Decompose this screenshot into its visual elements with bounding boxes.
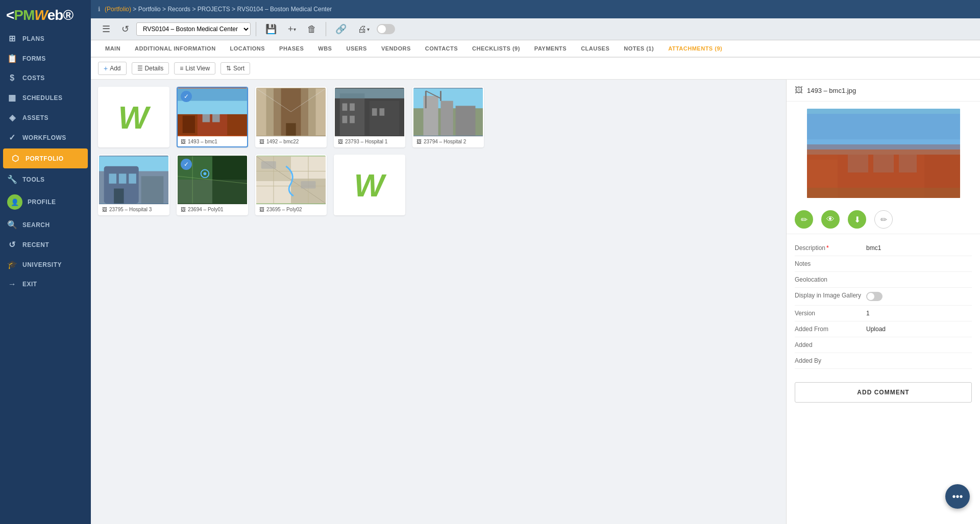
tab-vendors[interactable]: VENDORS [374, 40, 418, 58]
details-button[interactable]: ☰ Details [132, 62, 169, 74]
field-added-by: Added By [795, 353, 972, 369]
add-button[interactable]: +▾ [284, 22, 300, 37]
gallery-label-1270: 🔗 1270 – 1_Boston_Harbor_Wa... [99, 146, 168, 147]
gallery-item-23795[interactable]: 🖼 23795 – Hospital 3 [98, 155, 169, 215]
pencil-alt-button[interactable]: ✏ [874, 210, 893, 229]
tab-contacts[interactable]: CONTACTS [418, 40, 465, 58]
detail-actions: ✏ 👁 ⬇ ✏ [787, 205, 980, 234]
tab-wbs[interactable]: WBS [311, 40, 339, 58]
tab-attachments[interactable]: ATTACHMENTS (9) [661, 40, 729, 58]
gallery-item-23793[interactable]: 🖼 23793 – Hospital 1 [334, 87, 405, 147]
svg-rect-60 [261, 161, 276, 169]
topbar: ℹ (Portfolio) > Portfolio > Records > PR… [91, 0, 980, 18]
sidebar-item-portfolio[interactable]: ⬡ PORTFOLIO [3, 148, 88, 168]
fab-button[interactable]: ••• [945, 484, 970, 509]
gallery-item-1493[interactable]: ✓ 🖼 [177, 87, 248, 147]
sidebar-item-costs[interactable]: $ COSTS [0, 68, 91, 88]
image-icon-23694: 🖼 [181, 207, 186, 212]
sidebar-item-tools[interactable]: 🔧 TOOLS [0, 169, 91, 189]
tab-additional-information[interactable]: ADDITIONAL INFORMATION [128, 40, 223, 58]
main-content: ℹ (Portfolio) > Portfolio > Records > PR… [91, 0, 980, 524]
sidebar-item-forms[interactable]: 📋 FORMS [0, 48, 91, 68]
sidebar-item-plans[interactable]: ⊞ PLANS [0, 29, 91, 48]
list-view-button[interactable]: ≡ List View [174, 62, 215, 74]
svg-rect-18 [340, 93, 365, 136]
recent-icon: ↺ [7, 240, 17, 249]
check-badge-23694: ✓ [181, 159, 192, 170]
content-area: W 🔗 1270 – 1_Boston_Harbor_Wa... ✓ [91, 80, 980, 524]
tab-checklists[interactable]: CHECKLISTS (9) [465, 40, 527, 58]
save-button[interactable]: 💾 [261, 21, 281, 37]
field-version: Version 1 [795, 306, 972, 321]
tab-locations[interactable]: LOCATIONS [223, 40, 272, 58]
field-display-gallery: Display in Image Gallery [795, 288, 972, 306]
image-icon-23793: 🖼 [338, 139, 343, 144]
svg-text:W: W [354, 167, 386, 203]
gallery-item-23794[interactable]: 🖼 23794 – Hospital 2 [412, 87, 484, 147]
delete-button[interactable]: 🗑 [303, 22, 321, 37]
plans-icon: ⊞ [7, 34, 17, 43]
menu-button[interactable]: ☰ [98, 21, 114, 37]
check-badge-1493: ✓ [181, 91, 192, 102]
field-notes: Notes [795, 256, 972, 272]
edit-button[interactable]: ✏ [795, 210, 813, 229]
tab-users[interactable]: USERS [339, 40, 374, 58]
image-icon-23794: 🖼 [416, 139, 422, 144]
detail-fields: Description bmc1 Notes Geolocation Displ… [787, 234, 980, 375]
record-selector[interactable]: RVS0104 – Boston Medical Center [136, 22, 251, 36]
sort-button[interactable]: ⇅ Sort [220, 62, 250, 74]
svg-rect-72 [807, 109, 960, 155]
svg-text:W: W [118, 99, 151, 135]
svg-rect-31 [456, 106, 476, 135]
sidebar-item-workflows[interactable]: ✓ WORKFLOWS [0, 128, 91, 147]
link-button[interactable]: 🔗 [331, 21, 351, 37]
tab-clauses[interactable]: CLAUSES [574, 40, 617, 58]
gallery-item-1492[interactable]: 🖼 1492 – bmc22 [255, 87, 327, 147]
gallery-item-1800[interactable]: W 🔗 1800 – Project Development... [334, 155, 405, 215]
detail-panel-header: 🖼 1493 – bmc1.jpg [787, 80, 980, 102]
undo-button[interactable]: ↺ [117, 21, 133, 37]
sidebar-item-recent[interactable]: ↺ RECENT [0, 235, 91, 255]
breadcrumb-portfolio-link[interactable]: (Portfolio) [105, 6, 131, 13]
svg-rect-24 [372, 108, 377, 116]
svg-rect-61 [301, 181, 315, 189]
breadcrumb: (Portfolio) > Portfolio > Records > PROJ… [105, 6, 332, 13]
gallery-image-23794 [413, 88, 483, 136]
sidebar-item-profile[interactable]: 👤 PROFILE [0, 189, 91, 215]
svg-rect-19 [370, 101, 399, 136]
sidebar-item-assets[interactable]: ◈ ASSETS [0, 108, 91, 128]
gallery-image-1800: W [335, 156, 404, 214]
sidebar: <PMWeb® ⊞ PLANS 📋 FORMS $ COSTS ▦ SCHEDU… [0, 0, 91, 524]
gallery-label-23793: 🖼 23793 – Hospital 1 [335, 136, 404, 146]
tab-phases[interactable]: PHASES [272, 40, 311, 58]
sort-icon: ⇅ [226, 65, 231, 72]
sidebar-item-search[interactable]: 🔍 SEARCH [0, 215, 91, 235]
svg-rect-66 [884, 155, 960, 198]
sidebar-item-university[interactable]: 🎓 UNIVERSITY [0, 255, 91, 275]
tab-payments[interactable]: PAYMENTS [527, 40, 574, 58]
gallery-item-23695[interactable]: 🖼 23695 – Poly02 [255, 155, 327, 215]
print-button[interactable]: 🖨▾ [354, 22, 374, 37]
gallery-item-23694[interactable]: ✓ [177, 155, 248, 215]
tab-notes[interactable]: NOTES (1) [617, 40, 661, 58]
field-added: Added [795, 337, 972, 353]
sidebar-item-schedules[interactable]: ▦ SCHEDULES [0, 88, 91, 108]
detail-header-icon: 🖼 [795, 86, 803, 95]
info-icon[interactable]: ℹ [98, 6, 101, 13]
view-button[interactable]: 👁 [821, 210, 840, 229]
add-comment-button[interactable]: ADD COMMENT [795, 382, 972, 403]
download-button[interactable]: ⬇ [848, 210, 866, 229]
sidebar-item-exit[interactable]: → EXIT [0, 275, 91, 294]
gallery-panel: W 🔗 1270 – 1_Boston_Harbor_Wa... ✓ [91, 80, 786, 524]
svg-rect-41 [129, 173, 136, 183]
svg-rect-65 [807, 160, 884, 198]
display-gallery-toggle[interactable] [866, 292, 883, 301]
tab-main[interactable]: MAIN [98, 40, 128, 58]
gallery-item-1270[interactable]: W 🔗 1270 – 1_Boston_Harbor_Wa... [98, 87, 169, 147]
image-icon-23695: 🖼 [259, 207, 264, 212]
add-attachment-button[interactable]: + Add [98, 62, 127, 75]
svg-rect-46 [178, 180, 212, 204]
portfolio-icon: ⬡ [10, 154, 20, 163]
toggle-switch[interactable] [377, 24, 395, 34]
svg-rect-71 [924, 149, 950, 198]
